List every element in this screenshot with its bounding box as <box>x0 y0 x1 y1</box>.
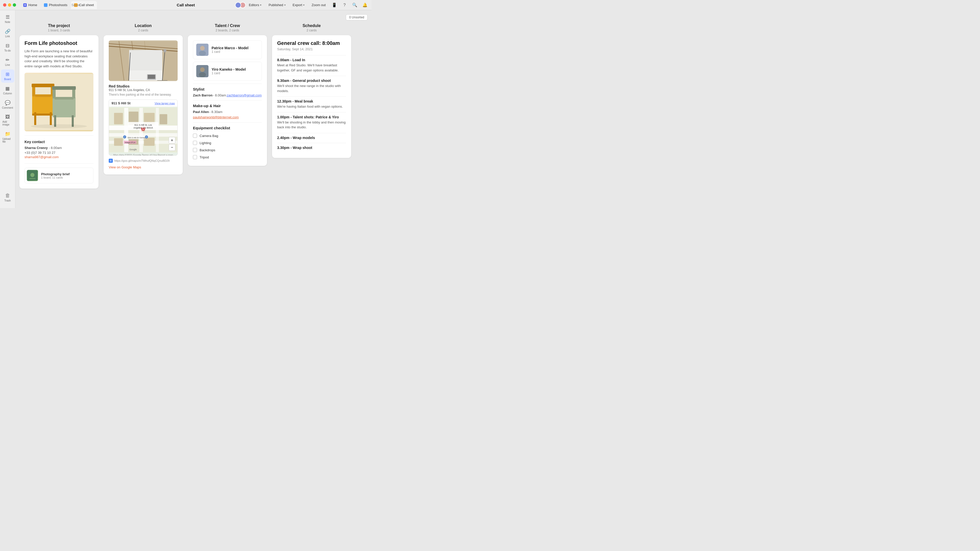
studio-info: Red Studios 911 S Hill St, Los Angeles, … <box>109 84 178 97</box>
checkbox-lighting[interactable] <box>193 141 197 145</box>
sidebar-item-add-image[interactable]: 🖼 Add image <box>1 112 14 128</box>
talent-column: Talent / Crew 2 boards, 2 cards <box>188 24 267 189</box>
search-icon[interactable]: 🔍 <box>351 2 358 9</box>
svg-rect-10 <box>55 97 73 100</box>
schedule-divider-1 <box>277 55 346 56</box>
tab-photoshoots-label: Photoshoots <box>49 3 67 7</box>
patrice-info: Patrice Marco - Model 1 card <box>212 46 248 54</box>
svg-rect-45 <box>114 138 123 146</box>
brief-sub: 1 board, 11 cards <box>41 176 70 179</box>
schedule-cards-subtitle: 2 boards, 2 cards <box>359 29 372 32</box>
export-dropdown[interactable]: Export ▾ <box>291 2 307 8</box>
minimize-button[interactable] <box>8 3 11 6</box>
contact-name: Sharna Creevy <box>24 146 48 150</box>
contact-name-row: Sharna Creevy - 8.00am <box>24 146 94 150</box>
talent-column-header: Talent / Crew 2 boards, 2 cards <box>188 24 267 32</box>
sidebar-item-note[interactable]: ☰ Note <box>1 12 14 25</box>
makeup-title: Make-up & Hair <box>193 103 262 108</box>
project-chair-image <box>24 73 94 131</box>
sidebar-item-link[interactable]: 🔗 Link <box>1 27 14 40</box>
location-column: Location 2 cards <box>103 24 183 189</box>
location-card: Red Studios 911 S Hill St, Los Angeles, … <box>103 35 183 175</box>
divider-2 <box>24 163 94 164</box>
sidebar-line-label: Line <box>5 64 10 66</box>
notifications-icon[interactable]: 🔔 <box>361 2 369 9</box>
checklist-label-camera: Camera Bag <box>200 134 218 138</box>
zoom-out-button[interactable]: Zoom out <box>310 2 328 8</box>
makeup-row: Paul Allen - 8.30am <box>193 110 262 114</box>
svg-text:Angeles, CA 90015: Angeles, CA 90015 <box>134 127 153 129</box>
cards-container: The project 1 board, 3 cards Form Life p… <box>19 24 368 189</box>
saved-indicator: Saved <box>72 3 80 7</box>
sidebar-item-column[interactable]: ▦ Column <box>1 84 14 97</box>
sidebar-trash-label: Trash <box>4 199 11 202</box>
editors-label: Editors <box>249 3 259 7</box>
close-button[interactable] <box>3 3 6 6</box>
top-bar: 0 Unsorted <box>19 14 368 21</box>
stylist-email[interactable]: zachbarron@gmail.com <box>227 94 262 97</box>
project-column-subtitle: 1 board, 3 cards <box>19 29 99 32</box>
maximize-button[interactable] <box>13 3 16 6</box>
sidebar-item-todo[interactable]: ⊟ To-do <box>1 41 14 54</box>
upload-file-icon: 📁 <box>5 131 11 137</box>
svg-text:Google: Google <box>129 148 137 151</box>
photography-brief-card[interactable]: Photography brief 1 board, 11 cards <box>24 168 94 183</box>
project-column: The project 1 board, 3 cards Form Life p… <box>19 24 99 189</box>
yiro-sub: 1 card <box>212 71 246 75</box>
sidebar-item-line[interactable]: ✏ Line <box>1 55 14 68</box>
tab-home[interactable]: M Home <box>20 1 40 9</box>
project-card: Form Life photoshoot Life Form are launc… <box>19 35 99 189</box>
map-zoom-out-button[interactable]: − <box>169 144 175 151</box>
todo-icon: ⊟ <box>6 43 10 48</box>
yiro-avatar-svg <box>196 65 208 77</box>
checklist-item-lighting: Lighting <box>193 139 262 146</box>
checkbox-tripod[interactable] <box>193 155 197 159</box>
sidebar-item-board[interactable]: ⊞ Board <box>1 69 14 83</box>
tabs-bar: M Home Photoshoots Call sheet <box>20 1 97 9</box>
sidebar-item-upload-file[interactable]: 📁 Upload file <box>1 129 14 145</box>
view-maps-row: View on Google Maps <box>109 165 178 169</box>
schedule-time-3: 1.00pm - Talent shots: Patrice & Yiro <box>277 115 346 119</box>
help-icon[interactable]: ? <box>341 2 348 9</box>
checkbox-camera[interactable] <box>193 134 197 138</box>
checkbox-backdrops[interactable] <box>193 148 197 152</box>
equipment-section: Equipment checklist Camera Bag Lighting … <box>193 122 262 161</box>
svg-rect-2 <box>35 94 51 97</box>
talent-patrice-row[interactable]: Patrice Marco - Model 1 card <box>193 40 262 59</box>
stylist-name: Zach Barron <box>193 94 213 97</box>
makeup-section: Make-up & Hair Paul Allen - 8.30am pauls… <box>193 100 262 119</box>
svg-point-65 <box>200 46 205 51</box>
maps-url: https://goo.gl/maps/mTWhufQNqCQnuBD29 <box>115 159 169 162</box>
talent-column-subtitle: 2 boards, 2 cards <box>188 29 267 32</box>
makeup-name: Paul Allen <box>193 110 209 114</box>
svg-rect-15 <box>52 86 76 90</box>
schedule-column-subtitle: 2 cards <box>272 29 351 32</box>
contact-email-link[interactable]: sharna987@gmail.com <box>24 155 59 159</box>
makeup-email[interactable]: paulshairworld@btinternet.com <box>193 115 239 119</box>
stylist-row: Zach Barron - 8.00am zachbarron@gmail.co… <box>193 94 262 97</box>
map-header: 911 S Hill St View larger map <box>109 100 177 107</box>
view-larger-map-link[interactable]: View larger map <box>155 102 175 105</box>
published-dropdown[interactable]: Published ▾ <box>266 2 287 8</box>
editors-dropdown[interactable]: Editors ▾ <box>247 2 263 8</box>
brief-thumb-svg <box>27 170 38 181</box>
map-zoom-in-button[interactable]: + <box>169 137 175 144</box>
published-label: Published <box>269 3 283 7</box>
sidebar-note-label: Note <box>5 21 10 24</box>
svg-rect-1 <box>32 94 54 115</box>
view-on-google-maps-link[interactable]: View on Google Maps <box>109 165 141 169</box>
phone-icon[interactable]: 📱 <box>331 2 338 9</box>
divider-1 <box>24 135 94 136</box>
tab-photoshoots[interactable]: Photoshoots <box>41 1 70 9</box>
talent-yiro-row[interactable]: Yiro Kaneko - Model 1 card <box>193 62 262 81</box>
project-title: Form Life photoshoot <box>24 40 94 46</box>
published-chevron: ▾ <box>284 3 286 6</box>
sidebar-item-trash[interactable]: 🗑 Trash <box>1 191 14 204</box>
maps-link-row: G https://goo.gl/maps/mTWhufQNqCQnuBD29 <box>109 159 178 163</box>
checklist-item-backdrops: Backdrops <box>193 146 262 154</box>
sidebar-item-comment[interactable]: 💬 Comment <box>1 98 14 111</box>
stylist-section: Stylist Zach Barron - 8.00am zachbarron@… <box>193 84 262 97</box>
svg-text:911 S Hill St, Los: 911 S Hill St, Los <box>135 124 152 126</box>
stylist-time: - 8.00am <box>213 94 226 97</box>
photoshoots-icon <box>44 3 48 7</box>
